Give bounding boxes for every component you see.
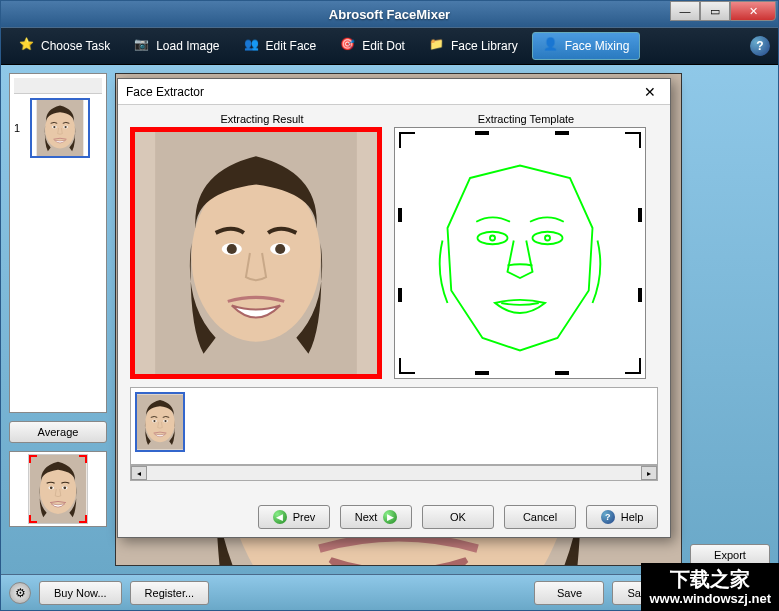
edit-dot-button[interactable]: 🎯 Edit Dot bbox=[330, 33, 415, 59]
scroll-right-icon[interactable]: ▸ bbox=[641, 466, 657, 480]
result-label: Extracting Result bbox=[130, 111, 394, 127]
source-thumb-list: 1 bbox=[9, 73, 107, 413]
help-button[interactable]: ? Help bbox=[586, 505, 658, 529]
row-index: 1 bbox=[14, 122, 26, 134]
dialog-title: Face Extractor bbox=[126, 85, 204, 99]
edit-face-button[interactable]: 👥 Edit Face bbox=[234, 33, 327, 59]
main-toolbar: ⭐ Choose Task 📷 Load Image 👥 Edit Face 🎯… bbox=[1, 27, 778, 65]
minimize-button[interactable]: — bbox=[670, 1, 700, 21]
scroll-track[interactable] bbox=[147, 466, 641, 480]
list-item[interactable]: 1 bbox=[14, 98, 102, 158]
prev-button[interactable]: ◀ Prev bbox=[258, 505, 330, 529]
camera-icon: 📷 bbox=[134, 37, 152, 55]
face-mixing-button[interactable]: 👤 Face Mixing bbox=[532, 32, 641, 60]
list-header bbox=[14, 78, 102, 94]
dot-icon: 🎯 bbox=[340, 37, 358, 55]
load-image-button[interactable]: 📷 Load Image bbox=[124, 33, 229, 59]
help-icon[interactable]: ? bbox=[750, 36, 770, 56]
extracting-template-panel[interactable] bbox=[394, 127, 646, 379]
thumbnail-scrollbar[interactable]: ◂ ▸ bbox=[130, 465, 658, 481]
left-panel: 1 Average bbox=[9, 73, 107, 566]
dialog-close-icon[interactable]: ✕ bbox=[638, 84, 662, 100]
register-button[interactable]: Register... bbox=[130, 581, 210, 605]
maximize-button[interactable]: ▭ bbox=[700, 1, 730, 21]
crop-handle-top[interactable] bbox=[475, 131, 489, 135]
crop-handle-bottom[interactable] bbox=[475, 371, 489, 375]
result-thumbnail[interactable] bbox=[28, 454, 88, 524]
face-library-button[interactable]: 📁 Face Library bbox=[419, 33, 528, 59]
crop-corner-bl[interactable] bbox=[399, 358, 415, 374]
star-icon: ⭐ bbox=[19, 37, 37, 55]
crop-corner-br[interactable] bbox=[625, 358, 641, 374]
app-title: Abrosoft FaceMixer bbox=[329, 7, 450, 22]
ok-button[interactable]: OK bbox=[422, 505, 494, 529]
crop-corner-tr[interactable] bbox=[625, 132, 641, 148]
close-button[interactable]: ✕ bbox=[730, 1, 776, 21]
next-button[interactable]: Next ▶ bbox=[340, 505, 412, 529]
template-label: Extracting Template bbox=[394, 111, 658, 127]
watermark: 下载之家 www.windowszj.net bbox=[641, 563, 779, 611]
scroll-left-icon[interactable]: ◂ bbox=[131, 466, 147, 480]
settings-icon[interactable]: ⚙ bbox=[9, 582, 31, 604]
save-button[interactable]: Save bbox=[534, 581, 604, 605]
crop-handle-bottom[interactable] bbox=[555, 371, 569, 375]
buy-now-button[interactable]: Buy Now... bbox=[39, 581, 122, 605]
source-thumbnail[interactable] bbox=[30, 98, 90, 158]
window-controls: — ▭ ✕ bbox=[670, 1, 776, 21]
help-icon: ? bbox=[601, 510, 615, 524]
right-panel: Export bbox=[690, 73, 770, 566]
dialog-thumbnail-strip bbox=[130, 387, 658, 465]
average-button[interactable]: Average bbox=[9, 421, 107, 443]
crop-handle-right[interactable] bbox=[638, 208, 642, 222]
choose-task-button[interactable]: ⭐ Choose Task bbox=[9, 33, 120, 59]
dialog-button-row: ◀ Prev Next ▶ OK Cancel ? Help bbox=[118, 497, 670, 537]
arrow-right-icon: ▶ bbox=[383, 510, 397, 524]
crop-handle-left[interactable] bbox=[398, 208, 402, 222]
cancel-button[interactable]: Cancel bbox=[504, 505, 576, 529]
extracting-result-panel[interactable] bbox=[130, 127, 382, 379]
face-extractor-dialog: Face Extractor ✕ Extracting Result Extra… bbox=[117, 78, 671, 538]
crop-handle-right[interactable] bbox=[638, 288, 642, 302]
mixing-icon: 👤 bbox=[543, 37, 561, 55]
result-thumbnail-panel bbox=[9, 451, 107, 527]
crop-handle-left[interactable] bbox=[398, 288, 402, 302]
titlebar: Abrosoft FaceMixer — ▭ ✕ bbox=[1, 1, 778, 27]
crop-corner-tl[interactable] bbox=[399, 132, 415, 148]
arrow-left-icon: ◀ bbox=[273, 510, 287, 524]
dialog-thumbnail[interactable] bbox=[135, 392, 185, 452]
folder-icon: 📁 bbox=[429, 37, 447, 55]
crop-handle-top[interactable] bbox=[555, 131, 569, 135]
face-icon: 👥 bbox=[244, 37, 262, 55]
dialog-titlebar: Face Extractor ✕ bbox=[118, 79, 670, 105]
